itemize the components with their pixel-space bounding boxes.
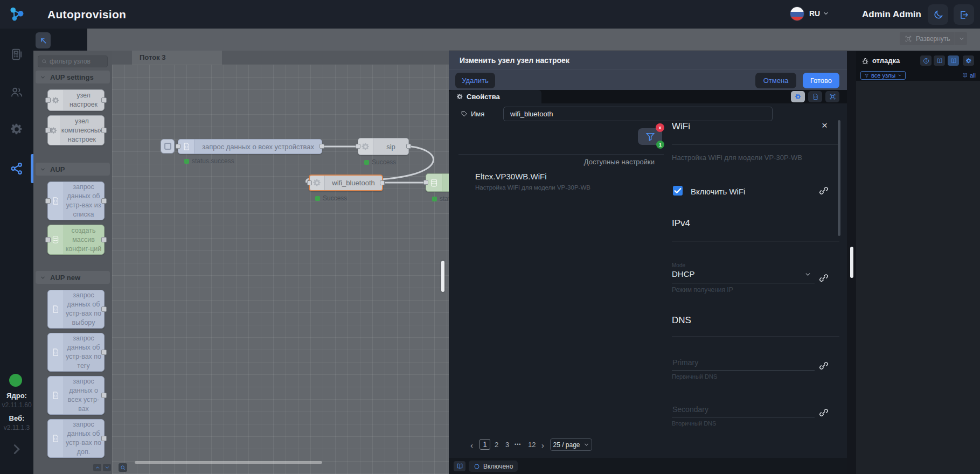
theme-toggle-button[interactable] xyxy=(928,4,948,25)
done-button[interactable]: Готово xyxy=(803,73,839,88)
nav-devices[interactable] xyxy=(0,40,33,69)
page-2-button[interactable]: 2 xyxy=(495,441,498,449)
palette-scroll-up-button[interactable] xyxy=(93,464,101,471)
book-icon-button[interactable] xyxy=(454,461,465,471)
palette-filter[interactable] xyxy=(38,55,108,67)
settings-filter-button[interactable]: x 1 xyxy=(638,128,662,145)
close-icon[interactable]: × xyxy=(822,120,828,131)
output-port[interactable] xyxy=(406,144,411,149)
input-port[interactable] xyxy=(423,180,428,185)
page-ellipsis[interactable]: ••• xyxy=(515,442,521,447)
page-12-button[interactable]: 12 xyxy=(528,441,536,449)
book-icon-button[interactable] xyxy=(934,55,945,66)
palette-category-aup-new[interactable]: AUP new xyxy=(36,271,110,284)
expand-dropdown[interactable]: Развернуть xyxy=(900,32,967,45)
palette-node-request-from-list[interactable]: запрос данных об устр-вах из списка xyxy=(47,182,105,220)
panel-splitter[interactable] xyxy=(847,51,856,474)
canvas-resize-handle[interactable] xyxy=(441,261,444,292)
output-port xyxy=(101,198,107,204)
primary-dns-input[interactable]: Primary xyxy=(672,358,812,367)
enabled-status-toggle[interactable]: Включено xyxy=(469,461,518,472)
canvas-zoom-button[interactable] xyxy=(119,463,127,472)
detail-title: WiFi xyxy=(672,121,690,132)
divider xyxy=(458,154,664,155)
palette-category-aup[interactable]: AUP xyxy=(36,163,110,176)
input-port xyxy=(45,237,51,242)
palette-node-settings[interactable]: узел настроек xyxy=(47,89,105,111)
link-icon[interactable] xyxy=(819,186,829,196)
node-status: status.success xyxy=(184,157,234,165)
input-port xyxy=(45,97,51,103)
nav-flows[interactable] xyxy=(0,154,33,183)
gear-icon-button[interactable] xyxy=(963,55,974,66)
palette-node-create-config-array[interactable]: создать массив конфиг-ций xyxy=(47,225,105,255)
nav-rail: Ядро: v2.11.1.60 Веб: v2.11.1.3 xyxy=(0,29,33,474)
settings-view-button[interactable] xyxy=(791,91,805,102)
core-label: Ядро: xyxy=(0,392,33,400)
name-input[interactable] xyxy=(503,107,773,121)
book-icon-button-active[interactable] xyxy=(948,55,959,66)
workspace-toolbar xyxy=(33,29,980,51)
russian-flag-icon[interactable] xyxy=(790,6,804,21)
page-next-button[interactable]: › xyxy=(541,441,544,450)
file-code-icon xyxy=(178,140,194,154)
description-view-button[interactable] xyxy=(808,91,822,102)
inject-checkbox[interactable] xyxy=(164,143,171,150)
node-sip[interactable]: sip xyxy=(358,138,409,155)
palette-scroll-down-button[interactable] xyxy=(103,464,111,471)
tab-properties[interactable]: Свойства xyxy=(449,90,541,103)
mode-select[interactable]: DHCP xyxy=(672,269,815,278)
input-port[interactable] xyxy=(307,180,312,185)
palette-filter-input[interactable] xyxy=(50,58,103,65)
user-name[interactable]: Admin Admin xyxy=(862,9,921,20)
info-icon-button[interactable] xyxy=(920,55,932,66)
nav-users[interactable] xyxy=(0,78,33,107)
delete-button[interactable]: Удалить xyxy=(455,73,495,88)
debug-all-button[interactable]: all xyxy=(962,71,976,80)
appearance-view-button[interactable] xyxy=(825,91,839,102)
nav-settings[interactable] xyxy=(0,115,33,144)
output-port[interactable] xyxy=(319,144,324,149)
palette-node-request-all[interactable]: запрос данных о всех устр-вах xyxy=(47,376,105,415)
palette-node-request-by-extra[interactable]: запрос данных об устр-вах по доп. xyxy=(47,419,105,458)
output-port[interactable] xyxy=(380,180,385,185)
rail-expand-button[interactable] xyxy=(9,441,25,457)
link-icon[interactable] xyxy=(819,273,829,283)
secondary-dns-input[interactable]: Secondary xyxy=(672,405,812,414)
select-caret-icon[interactable] xyxy=(804,271,811,278)
divider xyxy=(672,241,839,241)
input-port[interactable] xyxy=(176,144,180,149)
link-icon[interactable] xyxy=(819,361,829,371)
node-wifi-bluetooth[interactable]: wifi_bluetooth xyxy=(309,175,383,191)
gear-icon xyxy=(10,122,24,136)
page-1-button[interactable]: 1 xyxy=(479,439,490,450)
enable-wifi-checkbox[interactable] xyxy=(673,186,683,196)
flow-canvas[interactable]: Поток 3 запрос данных о всех устройствах xyxy=(112,51,449,474)
pointer-tool-button[interactable] xyxy=(36,32,51,48)
palette-category-aup-settings[interactable]: AUP settings xyxy=(36,71,110,83)
input-port[interactable] xyxy=(356,144,360,149)
debug-nodes-filter[interactable]: все узлы xyxy=(860,71,906,80)
palette-node-request-by-tag[interactable]: запрос данных об устр-вах по тегу xyxy=(47,333,105,372)
link-icon[interactable] xyxy=(819,408,829,417)
expand-label: Развернуть xyxy=(916,35,950,43)
page-prev-button[interactable]: ‹ xyxy=(470,441,473,450)
node-create-config-array[interactable] xyxy=(426,173,449,192)
palette-node-request-by-choice[interactable]: запрос данных об устр-вах по выбору xyxy=(47,290,105,329)
canvas-grid[interactable]: запрос данных о всех устройствах status.… xyxy=(112,65,449,474)
palette-node-complex-settings[interactable]: узел комплексных настроек xyxy=(47,115,105,145)
tab-flow-3[interactable]: Поток 3 xyxy=(132,51,222,65)
cancel-button[interactable]: Отмена xyxy=(755,73,796,88)
logout-button[interactable] xyxy=(954,4,974,25)
inject-button-node[interactable] xyxy=(161,139,175,154)
language-selector[interactable]: RU xyxy=(809,9,829,18)
settings-list-item[interactable]: Eltex.VP30WB.WiFi Настройка WiFi для мод… xyxy=(475,172,658,191)
node-request-all-devices[interactable]: запрос данных о всех устройствах xyxy=(178,139,322,154)
detail-scrollbar[interactable] xyxy=(838,120,840,236)
canvas-h-scrollbar[interactable] xyxy=(135,461,322,464)
debug-messages-area[interactable] xyxy=(856,81,980,474)
splitter-handle[interactable] xyxy=(850,247,853,278)
status-dot xyxy=(364,160,369,165)
page-size-select[interactable]: 25 / page xyxy=(550,438,592,451)
page-3-button[interactable]: 3 xyxy=(505,441,509,449)
